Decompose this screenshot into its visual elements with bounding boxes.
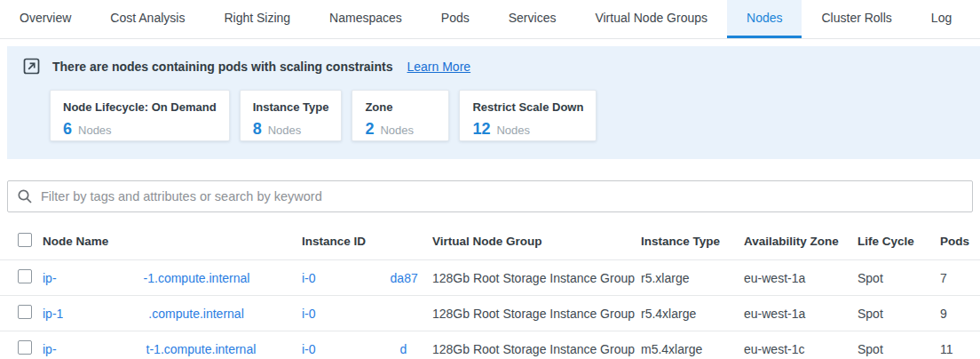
cell-life-cycle: Spot xyxy=(858,307,940,321)
tab-cluster-rolls[interactable]: Cluster Rolls xyxy=(802,0,911,38)
cell-availability-zone: eu-west-1a xyxy=(744,271,858,285)
card-title: Instance Type xyxy=(253,100,329,114)
row-checkbox-cell xyxy=(0,305,43,323)
cell-pods: 11 xyxy=(940,342,980,356)
tab-cost-analysis[interactable]: Cost Analysis xyxy=(91,0,204,38)
cell-life-cycle: Spot xyxy=(858,271,940,285)
card-title: Zone xyxy=(365,100,436,114)
card-unit: Nodes xyxy=(78,124,112,137)
card-title: Node Lifecycle: On Demand xyxy=(63,100,217,114)
instance-id-link[interactable]: i-0da87 xyxy=(302,271,432,285)
banner-message-row: There are nodes containing pods with sca… xyxy=(21,58,966,75)
table-row: ip--1.compute.internal i-0da87 128Gb Roo… xyxy=(0,260,980,296)
tab-right-sizing[interactable]: Right Sizing xyxy=(204,0,310,38)
row-checkbox-cell xyxy=(0,340,43,358)
node-name-fragment: .compute.internal xyxy=(148,307,243,321)
cell-virtual-node-group: 128Gb Root Storage Instance Group xyxy=(432,307,641,321)
cell-pods: 7 xyxy=(940,271,980,285)
tab-log[interactable]: Log xyxy=(912,0,971,38)
cell-instance-type: m5.4xlarge xyxy=(641,342,744,356)
instance-id-fragment: i-0 xyxy=(302,307,316,321)
card-count: 2 xyxy=(365,120,374,139)
node-name-link[interactable]: ip-t-1.compute.internal xyxy=(43,342,302,356)
row-checkbox-cell xyxy=(0,269,43,287)
tab-virtual-node-groups[interactable]: Virtual Node Groups xyxy=(575,0,727,38)
node-name-link[interactable]: ip-1.compute.internal xyxy=(43,307,302,321)
card-value: 12 Nodes xyxy=(472,120,583,139)
card-restrict-scale-down[interactable]: Restrict Scale Down 12 Nodes xyxy=(459,90,597,141)
column-header-instance-id[interactable]: Instance ID xyxy=(302,235,432,248)
cell-virtual-node-group: 128Gb Root Storage Instance Group xyxy=(432,342,641,356)
instance-id-link[interactable]: i-0d xyxy=(302,342,432,356)
learn-more-link[interactable]: Learn More xyxy=(407,60,471,74)
instance-id-fragment: d xyxy=(400,342,407,356)
node-name-fragment: -1.compute.internal xyxy=(144,271,250,285)
redacted-text xyxy=(316,272,391,284)
instance-id-fragment: i-0 xyxy=(302,271,316,285)
table-row: ip-1.compute.internal i-0 128Gb Root Sto… xyxy=(0,296,980,331)
column-header-life-cycle[interactable]: Life Cycle xyxy=(858,235,940,248)
card-unit: Nodes xyxy=(268,124,302,137)
card-value: 2 Nodes xyxy=(365,120,436,139)
card-count: 8 xyxy=(253,120,262,139)
filter-search-box xyxy=(7,180,973,212)
node-name-fragment: ip- xyxy=(43,271,57,285)
card-node-lifecycle-on-demand[interactable]: Node Lifecycle: On Demand 6 Nodes xyxy=(50,90,230,141)
cell-availability-zone: eu-west-1c xyxy=(744,342,858,356)
card-instance-type[interactable]: Instance Type 8 Nodes xyxy=(240,90,343,141)
tab-overview[interactable]: Overview xyxy=(0,0,91,38)
select-all-checkbox[interactable] xyxy=(18,233,32,247)
table-header-row: Node Name Instance ID Virtual Node Group… xyxy=(0,223,980,260)
column-header-instance-type[interactable]: Instance Type xyxy=(641,235,744,248)
column-header-availability-zone[interactable]: Availability Zone xyxy=(744,235,858,248)
cell-instance-type: r5.4xlarge xyxy=(641,307,744,321)
cell-pods: 9 xyxy=(940,307,980,321)
scale-out-icon xyxy=(23,58,40,75)
node-name-fragment: t-1.compute.internal xyxy=(146,342,257,356)
row-checkbox[interactable] xyxy=(18,269,32,283)
tab-bar: Overview Cost Analysis Right Sizing Name… xyxy=(0,0,980,39)
column-header-node-name[interactable]: Node Name xyxy=(43,235,302,248)
card-value: 8 Nodes xyxy=(253,120,329,139)
redacted-text xyxy=(316,343,400,355)
card-title: Restrict Scale Down xyxy=(472,100,583,114)
constraint-summary-cards: Node Lifecycle: On Demand 6 Nodes Instan… xyxy=(50,90,966,141)
banner-message: There are nodes containing pods with sca… xyxy=(52,60,393,74)
row-checkbox[interactable] xyxy=(18,340,32,355)
card-count: 6 xyxy=(63,120,72,139)
card-count: 12 xyxy=(472,120,490,139)
row-checkbox[interactable] xyxy=(18,305,32,319)
scaling-constraints-banner: There are nodes containing pods with sca… xyxy=(7,46,980,159)
node-name-link[interactable]: ip--1.compute.internal xyxy=(43,271,302,285)
cell-virtual-node-group: 128Gb Root Storage Instance Group xyxy=(432,271,641,285)
header-checkbox-cell xyxy=(0,233,43,251)
table-row: ip-t-1.compute.internal i-0d 128Gb Root … xyxy=(0,331,980,359)
redacted-text xyxy=(63,307,148,320)
cell-instance-type: r5.xlarge xyxy=(641,271,744,285)
instance-id-link[interactable]: i-0 xyxy=(302,307,432,321)
cell-life-cycle: Spot xyxy=(858,342,940,356)
node-name-fragment: ip-1 xyxy=(43,307,63,321)
tab-nodes[interactable]: Nodes xyxy=(727,0,802,38)
search-icon xyxy=(17,188,33,204)
redacted-text xyxy=(57,272,144,284)
column-header-virtual-node-group[interactable]: Virtual Node Group xyxy=(432,235,641,248)
card-unit: Nodes xyxy=(496,124,530,137)
instance-id-fragment: da87 xyxy=(391,271,418,285)
card-zone[interactable]: Zone 2 Nodes xyxy=(352,90,449,141)
redacted-text xyxy=(57,343,146,355)
card-unit: Nodes xyxy=(380,124,414,137)
instance-id-fragment: i-0 xyxy=(302,342,316,356)
cell-availability-zone: eu-west-1a xyxy=(744,307,858,321)
tab-services[interactable]: Services xyxy=(489,0,576,38)
redacted-text xyxy=(316,307,396,320)
tab-namespaces[interactable]: Namespaces xyxy=(310,0,422,38)
search-input[interactable] xyxy=(41,189,963,203)
node-name-fragment: ip- xyxy=(43,342,57,356)
column-header-pods[interactable]: Pods xyxy=(940,235,980,248)
card-value: 6 Nodes xyxy=(63,120,217,139)
tab-pods[interactable]: Pods xyxy=(422,0,489,38)
nodes-table: Node Name Instance ID Virtual Node Group… xyxy=(0,223,980,359)
